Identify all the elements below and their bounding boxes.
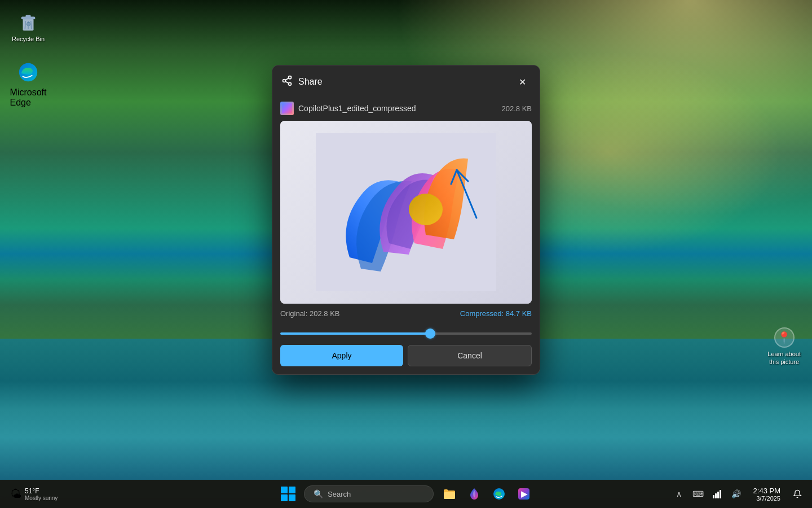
start-button[interactable] — [277, 483, 299, 505]
dialog-overlay: Share ✕ — [0, 0, 812, 508]
svg-line-11 — [285, 81, 289, 83]
share-dialog: Share ✕ — [272, 65, 540, 375]
clock-time: 2:43 PM — [753, 487, 780, 495]
apply-button[interactable]: Apply — [280, 345, 403, 366]
weather-description: Mostly sunny — [25, 495, 58, 501]
file-name: CopilotPlus1_edited_compressed — [298, 104, 416, 113]
svg-rect-17 — [281, 487, 288, 493]
compressed-size: Compressed: 84.7 KB — [460, 309, 532, 318]
taskbar-edge[interactable] — [488, 483, 510, 505]
svg-rect-27 — [715, 493, 717, 498]
file-size: 202.8 KB — [502, 104, 532, 113]
search-placeholder: Search — [328, 490, 351, 498]
clock-date: 3/7/2025 — [756, 495, 780, 502]
notification-button[interactable] — [788, 485, 806, 503]
svg-line-12 — [285, 78, 289, 80]
cancel-button[interactable]: Cancel — [408, 345, 532, 366]
compression-stats: Original: 202.8 KB Compressed: 84.7 KB — [272, 304, 540, 322]
tray-volume-icon[interactable]: 🔊 — [727, 485, 745, 503]
search-bar[interactable]: 🔍 Search — [304, 485, 434, 502]
svg-rect-18 — [289, 487, 295, 493]
taskbar-left: 🌤 51°F Mostly sunny — [6, 485, 62, 503]
file-info-left: CopilotPlus1_edited_compressed — [280, 102, 416, 115]
quality-slider-container — [272, 322, 540, 345]
dialog-title: Share — [298, 77, 323, 87]
weather-icon: 🌤 — [10, 488, 21, 501]
svg-point-15 — [409, 194, 443, 225]
copilot-preview-image — [280, 121, 532, 304]
taskbar-store[interactable]: ▶ — [513, 483, 535, 505]
weather-widget[interactable]: 🌤 51°F Mostly sunny — [6, 485, 62, 503]
tray-keyboard-icon[interactable]: ⌨ — [689, 485, 707, 503]
weather-text: 51°F Mostly sunny — [25, 487, 58, 501]
svg-rect-22 — [444, 492, 455, 499]
dialog-titlebar: Share ✕ — [272, 65, 540, 97]
dialog-title-left: Share — [281, 75, 323, 89]
taskbar-center: 🔍 Search — [277, 483, 535, 505]
tray-network-icon[interactable] — [708, 485, 726, 503]
svg-rect-26 — [713, 495, 714, 498]
share-icon — [281, 75, 293, 89]
weather-temperature: 51°F — [25, 487, 58, 495]
clock-widget[interactable]: 2:43 PM 3/7/2025 — [749, 485, 785, 503]
taskbar-file-explorer[interactable] — [438, 483, 461, 505]
taskbar-right: ∧ ⌨ 🔊 2:43 PM 3/7/2025 — [670, 485, 806, 503]
taskbar: 🌤 51°F Mostly sunny 🔍 Search — [0, 480, 812, 508]
dialog-close-button[interactable]: ✕ — [514, 73, 531, 90]
svg-rect-28 — [717, 492, 719, 498]
quality-slider[interactable] — [280, 332, 532, 335]
svg-rect-29 — [720, 490, 721, 498]
original-size: Original: 202.8 KB — [280, 309, 340, 318]
svg-text:▶: ▶ — [521, 489, 528, 498]
dialog-buttons: Apply Cancel — [272, 345, 540, 374]
tray-overflow-button[interactable]: ∧ — [670, 485, 688, 503]
taskbar-copilot[interactable] — [463, 483, 486, 505]
svg-rect-13 — [282, 103, 292, 113]
file-thumbnail — [280, 102, 294, 115]
file-info-row: CopilotPlus1_edited_compressed 202.8 KB — [272, 97, 540, 121]
taskbar-apps: ▶ — [438, 483, 535, 505]
system-tray: ∧ ⌨ 🔊 — [670, 485, 745, 503]
image-preview — [280, 121, 532, 304]
search-bar-icon: 🔍 — [314, 489, 323, 498]
svg-rect-20 — [289, 494, 295, 501]
svg-rect-19 — [281, 494, 288, 501]
